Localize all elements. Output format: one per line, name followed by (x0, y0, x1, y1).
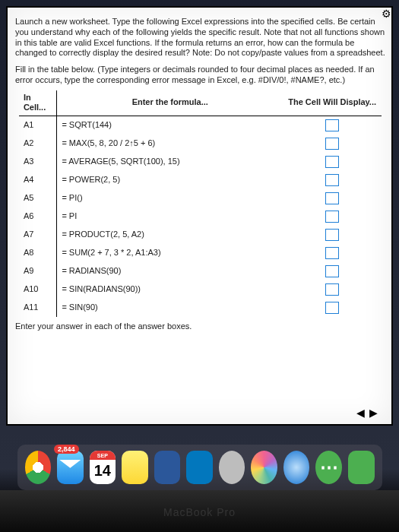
notes-icon[interactable] (122, 451, 148, 484)
calendar-day: 14 (94, 462, 111, 480)
chrome-icon[interactable] (25, 451, 52, 484)
formula-table: In Cell... Enter the formula... The Cell… (19, 90, 382, 318)
formula-text: = SIN(90) (57, 299, 283, 317)
formula-text: = PRODUCT(2, 5, A2) (57, 226, 283, 244)
cell-ref: A2 (19, 135, 57, 153)
formula-text: = SUM(2 + 7, 3 * 2, A1:A3) (57, 244, 283, 262)
cell-ref: A11 (19, 299, 57, 317)
table-row: A8= SUM(2 + 7, 3 * 2, A1:A3) (19, 244, 382, 262)
instructions-text: Launch a new worksheet. Type the followi… (15, 17, 385, 59)
formula-text: = POWER(2, 5) (57, 171, 283, 189)
formula-text: = SQRT(144) (57, 116, 283, 135)
result-cell (283, 262, 382, 280)
prev-button[interactable]: ◀ (356, 407, 369, 419)
next-button[interactable]: ▶ (369, 407, 382, 419)
table-row: A2= MAX(5, 8, 20 / 2↑5 + 6) (19, 135, 382, 153)
result-cell (283, 280, 382, 299)
messages-icon[interactable] (315, 451, 342, 484)
answer-input[interactable] (325, 156, 339, 168)
formula-text: = PI() (57, 189, 283, 207)
calendar-icon[interactable]: SEP 14 (90, 451, 116, 484)
col-header-cell: In Cell... (19, 90, 57, 116)
laptop-label: MacBook Pro (0, 506, 399, 518)
dock: 2,844 SEP 14 (17, 445, 382, 490)
cell-ref: A9 (19, 262, 57, 280)
table-row: A5= PI() (19, 189, 382, 207)
formula-text: = AVERAGE(5, SQRT(100), 15) (57, 153, 283, 171)
result-cell (283, 116, 382, 135)
cell-ref: A7 (19, 226, 57, 244)
answer-input[interactable] (325, 247, 339, 259)
answer-input[interactable] (325, 119, 339, 131)
table-row: A4= POWER(2, 5) (19, 171, 382, 189)
cell-ref: A6 (19, 207, 57, 226)
facetime-icon[interactable] (348, 451, 375, 484)
table-row: A10= SIN(RADIANS(90)) (19, 280, 382, 299)
cell-ref: A5 (19, 189, 57, 207)
appstore-icon[interactable] (283, 451, 310, 484)
result-cell (283, 189, 382, 207)
col-header-formula: Enter the formula... (57, 90, 283, 116)
cell-ref: A8 (19, 244, 57, 262)
table-row: A3= AVERAGE(5, SQRT(100), 15) (19, 153, 382, 171)
safari-icon[interactable] (219, 451, 245, 484)
answer-input[interactable] (325, 192, 339, 204)
photos-icon[interactable] (251, 451, 277, 484)
cell-ref: A10 (19, 280, 57, 299)
col-header-result: The Cell Will Display... (283, 90, 382, 116)
word-icon[interactable] (154, 451, 181, 484)
formula-text: = SIN(RADIANS(90)) (57, 280, 283, 299)
fillin-text: Fill in the table below. (Type integers … (15, 65, 385, 86)
table-row: A6= PI (19, 207, 382, 226)
answer-input[interactable] (325, 174, 339, 186)
bottom-note: Enter your answer in each of the answer … (15, 321, 385, 332)
nav-arrows: ◀▶ (356, 407, 382, 420)
mail-icon[interactable]: 2,844 (57, 451, 84, 484)
cell-ref: A4 (19, 171, 57, 189)
mail-badge: 2,844 (54, 445, 79, 454)
answer-input[interactable] (325, 265, 339, 277)
answer-input[interactable] (325, 283, 339, 296)
result-cell (283, 171, 382, 189)
formula-text: = MAX(5, 8, 20 / 2↑5 + 6) (57, 135, 283, 153)
gear-icon[interactable]: ⚙ (382, 8, 391, 21)
result-cell (283, 153, 382, 171)
answer-input[interactable] (325, 138, 339, 150)
result-cell (283, 244, 382, 262)
calendar-month: SEP (90, 451, 116, 460)
answer-input[interactable] (325, 229, 339, 241)
formula-text: = PI (57, 207, 283, 226)
app-icon[interactable] (186, 451, 213, 484)
formula-text: = RADIANS(90) (57, 262, 283, 280)
table-row: A9= RADIANS(90) (19, 262, 382, 280)
answer-input[interactable] (325, 302, 339, 314)
table-row: A11= SIN(90) (19, 299, 382, 317)
cell-ref: A3 (19, 153, 57, 171)
cell-ref: A1 (19, 116, 57, 135)
result-cell (283, 299, 382, 317)
answer-input[interactable] (325, 211, 339, 223)
result-cell (283, 135, 382, 153)
result-cell (283, 207, 382, 226)
result-cell (283, 226, 382, 244)
table-row: A7= PRODUCT(2, 5, A2) (19, 226, 382, 244)
table-row: A1= SQRT(144) (19, 116, 382, 135)
worksheet-screen: ⚙ Launch a new worksheet. Type the follo… (6, 6, 393, 426)
